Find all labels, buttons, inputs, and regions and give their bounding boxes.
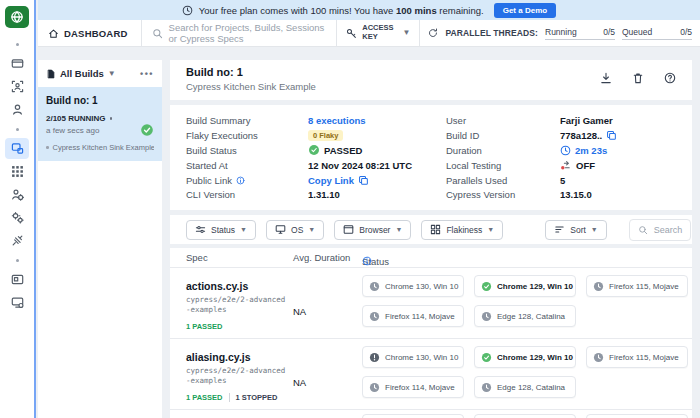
execution-chip[interactable]: Firefox 114, Mojave	[362, 305, 464, 327]
execution-chip[interactable]: Edge 128, Catalina	[474, 376, 576, 398]
chevron-down-icon: ▼	[395, 226, 402, 233]
summary-label: Public Link	[186, 175, 308, 186]
globe-icon[interactable]	[5, 6, 29, 28]
execution-chip[interactable]: Chrome 129, Win 10	[474, 275, 576, 297]
window-icon[interactable]	[5, 53, 29, 74]
access-key-button[interactable]: ACCESSKEY ▼	[336, 20, 420, 46]
spec-column-header: Spec	[186, 252, 208, 263]
spec-cell: aliasing.cy.jscypress/e2e/2-advanced-exa…	[186, 351, 292, 402]
build-item-time: a few secs ago	[46, 126, 154, 135]
execution-chip[interactable]: Chrome 130, Win 10	[362, 346, 464, 368]
all-builds-label: All Builds	[60, 68, 104, 79]
summary-value: 12 Nov 2024 08:21 UTC	[308, 160, 412, 171]
summary-row: Started At12 Nov 2024 08:21 UTC	[186, 158, 436, 173]
execution-chip[interactable]: Firefox 114, Mojave	[362, 376, 464, 398]
chevron-down-icon: ▼	[108, 69, 116, 78]
monitor-icon	[275, 224, 286, 235]
execution-chip[interactable]: Chrome 130, Win 10	[362, 414, 464, 418]
user-gear-icon[interactable]	[5, 184, 29, 205]
local-testing-icon	[560, 159, 572, 171]
queued-threads[interactable]: Queued 0/5	[622, 27, 692, 40]
dashboard-nav[interactable]: DASHBOARD	[38, 20, 142, 46]
user-icon[interactable]	[5, 99, 29, 120]
chevron-down-icon: ▼	[591, 226, 598, 233]
execution-chip[interactable]: Chrome 129, Win 10	[474, 414, 576, 418]
execution-chip[interactable]: Firefox 115, Mojave	[586, 275, 688, 297]
summary-value: 778a128..	[560, 130, 617, 141]
filter-button-os[interactable]: OS▼	[266, 220, 324, 240]
rail-separator-dot	[16, 259, 19, 262]
monitor-gear-icon[interactable]	[5, 292, 29, 313]
summary-label: Parallels Used	[446, 175, 560, 186]
summary-label: CLI Version	[186, 189, 308, 200]
icon-sidebar	[0, 0, 36, 418]
trash-icon[interactable]	[632, 72, 644, 84]
spec-search-input[interactable]: Search	[629, 219, 692, 241]
spec-name[interactable]: actions.cy.js	[186, 280, 292, 292]
plug-gear-icon[interactable]	[5, 230, 29, 251]
grid-icon[interactable]	[5, 161, 29, 182]
filter-button-browser[interactable]: Browser▼	[334, 220, 411, 240]
execution-chip[interactable]: Chrome 130, Win 10	[362, 275, 464, 297]
build-list-item-selected[interactable]: Build no: 1 2/105 RUNNING a few secs ago…	[38, 87, 162, 161]
summary-row: CLI Version1.31.10	[186, 187, 436, 202]
app-root: Your free plan comes with 100 mins! You …	[0, 0, 700, 418]
sort-button[interactable]: Sort▼	[545, 220, 607, 240]
execution-chip[interactable]: Edge 128, Catalina	[474, 305, 576, 327]
chevron-down-icon: ▼	[403, 28, 411, 37]
summary-value: 8 executions	[308, 115, 366, 126]
execution-chips: Chrome 130, Win 10Chrome 129, Win 10Fire…	[362, 275, 688, 327]
summary-label: Started At	[186, 160, 308, 171]
rail-separator-dot	[16, 128, 19, 131]
copy-link[interactable]: Copy Link	[308, 175, 354, 186]
global-search-input[interactable]: Search for Projects, Builds, Sessions or…	[142, 20, 337, 46]
filter-button-flakiness[interactable]: Flakiness▼	[421, 220, 503, 240]
refresh-icon[interactable]	[428, 28, 438, 38]
clock-status-icon	[593, 352, 604, 363]
summary-value: Farji Gamer	[560, 115, 613, 126]
summary-label: Build ID	[446, 130, 560, 141]
copy-icon[interactable]	[358, 175, 369, 186]
copy-icon[interactable]	[606, 130, 617, 141]
summary-value: 5	[560, 175, 565, 186]
get-demo-button[interactable]: Get a Demo	[494, 3, 556, 18]
more-menu-icon[interactable]: •••	[140, 69, 154, 79]
builds-icon[interactable]	[5, 138, 29, 159]
build-header-card: Build no: 1 Cypress Kitchen Sink Example	[170, 60, 692, 100]
all-builds-dropdown[interactable]: All Builds ▼ •••	[38, 60, 162, 87]
spec-table-row[interactable]: assertions.cy.jsChrome 130, Win 10Chrome…	[170, 410, 692, 418]
spec-table-row[interactable]: actions.cy.jscypress/e2e/2-advanced-exam…	[170, 268, 692, 339]
clock-status-icon	[481, 311, 492, 322]
avg-duration-column-header: Avg. Duration	[293, 252, 350, 263]
execution-chips: Chrome 130, Win 10Chrome 129, Win 10Fire…	[362, 414, 688, 418]
duration-link[interactable]: 2m 23s	[575, 145, 607, 156]
search-icon	[152, 28, 163, 39]
spec-name[interactable]: aliasing.cy.js	[186, 351, 292, 363]
execution-chip[interactable]: Firefox 115, Mojave	[586, 414, 688, 418]
summary-label: Build Status	[186, 145, 308, 156]
download-icon[interactable]	[600, 72, 612, 84]
executions-link[interactable]: 8 executions	[308, 115, 366, 126]
clock-icon	[560, 145, 571, 156]
execution-chip[interactable]: Chrome 129, Win 10	[474, 346, 576, 368]
card-icon[interactable]	[5, 269, 29, 290]
spec-table-row[interactable]: aliasing.cy.jscypress/e2e/2-advanced-exa…	[170, 339, 692, 410]
gears-icon[interactable]	[5, 207, 29, 228]
document-icon	[46, 69, 56, 79]
filter-button-status[interactable]: Status▼	[186, 220, 256, 240]
execution-chip[interactable]: Firefox 115, Mojave	[586, 346, 688, 368]
chevron-down-icon: ▼	[308, 226, 315, 233]
running-threads[interactable]: Running 0/5	[545, 27, 615, 40]
help-icon[interactable]	[664, 72, 676, 84]
avg-duration-value: NA	[293, 377, 306, 388]
summary-row: Build Summary8 executions	[186, 113, 436, 128]
banner-text: Your free plan comes with 100 mins! You …	[199, 5, 484, 16]
scan-user-icon[interactable]	[5, 76, 29, 97]
trial-banner: Your free plan comes with 100 mins! You …	[38, 0, 700, 20]
info-icon[interactable]	[236, 176, 245, 185]
chevron-down-icon: ▼	[487, 226, 494, 233]
summary-label: Build Summary	[186, 115, 308, 126]
spec-path: cypress/e2e/2-advanced-examples	[186, 366, 288, 386]
status-badge: 1 STOPPED	[229, 393, 278, 402]
info-icon[interactable]	[362, 256, 372, 266]
